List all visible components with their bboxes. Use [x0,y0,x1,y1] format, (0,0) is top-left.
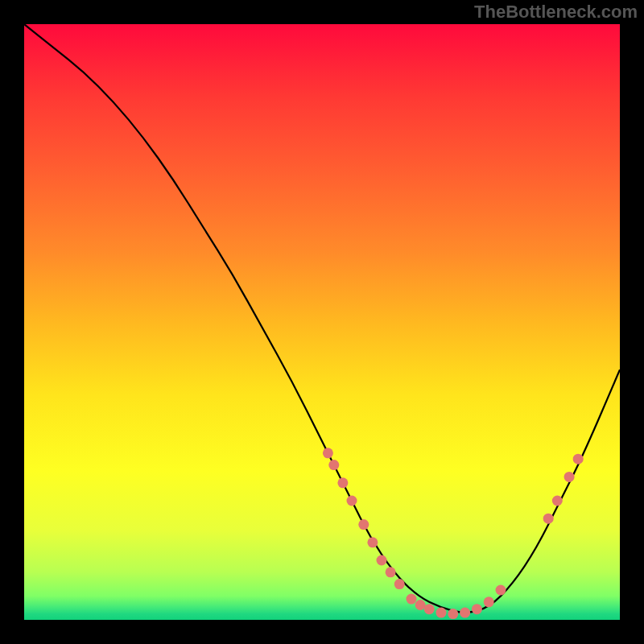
chart-container: TheBottleneck.com [0,0,644,644]
gradient-background [24,24,620,620]
plot-area [24,24,620,620]
watermark-text: TheBottleneck.com [474,2,638,23]
